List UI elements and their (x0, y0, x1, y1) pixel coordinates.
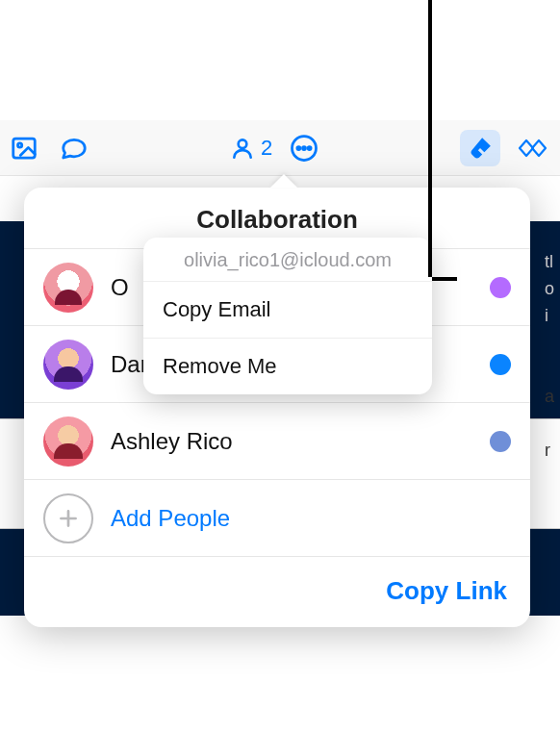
photo-icon[interactable] (10, 134, 38, 163)
avatar-danny (43, 340, 93, 390)
participant-name: Ashley Rico (111, 428, 233, 455)
context-email: olivia_rico1@icloud.com (143, 238, 432, 281)
svg-point-6 (308, 146, 311, 149)
add-people-row[interactable]: Add People (24, 479, 530, 556)
avatar-olivia (43, 263, 93, 313)
document-edge-text: tl o i a r (545, 248, 554, 464)
collaboration-popover: Collaboration O ••• Danny Rico (Owner) A… (24, 188, 530, 627)
svg-point-2 (239, 139, 247, 148)
presence-dot (490, 354, 511, 375)
participant-context-menu: olivia_rico1@icloud.com Copy Email Remov… (143, 238, 432, 394)
svg-point-4 (297, 146, 300, 149)
svg-rect-0 (13, 139, 36, 158)
callout-elbow (432, 277, 457, 281)
callout-line (428, 0, 432, 277)
context-remove-me[interactable]: Remove Me (143, 338, 432, 394)
format-brush-icon[interactable] (460, 130, 500, 166)
plus-icon (43, 493, 93, 543)
collaboration-button[interactable]: 2 (230, 136, 272, 161)
avatar-ashley (43, 416, 93, 467)
comment-icon[interactable] (60, 134, 89, 163)
participant-name: O (111, 274, 129, 301)
collab-count: 2 (261, 136, 272, 161)
svg-point-5 (303, 146, 306, 149)
svg-point-1 (18, 142, 22, 146)
participant-row-ashley[interactable]: Ashley Rico (24, 402, 530, 479)
shapes-icon[interactable] (518, 134, 550, 163)
add-people-label: Add People (111, 505, 230, 532)
popover-footer: Copy Link (24, 556, 530, 627)
presence-dot (490, 277, 511, 298)
toolbar: 2 (0, 120, 560, 176)
more-circle-icon[interactable] (290, 134, 318, 163)
presence-dot (490, 431, 511, 452)
copy-link-button[interactable]: Copy Link (386, 576, 507, 606)
context-copy-email[interactable]: Copy Email (143, 281, 432, 338)
